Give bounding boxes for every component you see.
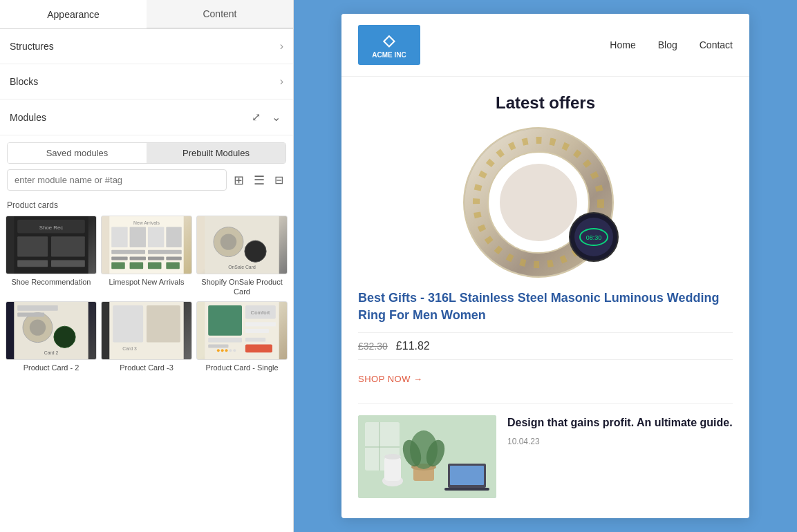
grid-view-icon[interactable]: ⊞ bbox=[231, 170, 247, 191]
chevron-down-icon[interactable]: ⌄ bbox=[269, 109, 283, 125]
card-thumb-card2: Card 2 bbox=[6, 301, 97, 360]
search-bar: ⊞ ☰ ⊟ bbox=[7, 169, 286, 191]
price-sale: £11.82 bbox=[396, 340, 430, 352]
svg-rect-37 bbox=[147, 305, 180, 342]
svg-rect-77 bbox=[384, 457, 401, 481]
svg-rect-12 bbox=[166, 227, 181, 247]
modules-header: Modules ⤢ ⌄ bbox=[0, 99, 293, 135]
card-thumb-shopify: OnSale Card bbox=[196, 216, 288, 274]
list-view-icon[interactable]: ☰ bbox=[251, 170, 268, 191]
logo-icon: ◇ bbox=[372, 32, 406, 50]
module-tabs: Saved modules Prebuilt Modules bbox=[7, 142, 286, 164]
preview-frame: ◇ ACME INC Home Blog Contact Latest offe… bbox=[341, 14, 749, 518]
tab-saved-modules[interactable]: Saved modules bbox=[8, 143, 147, 163]
left-panel: Appearance Content Structures › Blocks ›… bbox=[0, 0, 294, 532]
card-thumb-card3: Card 3 bbox=[101, 301, 192, 360]
card-label: Product Card - Single bbox=[205, 363, 278, 372]
list-item[interactable]: Card 3 Product Card -3 bbox=[101, 301, 192, 372]
tab-prebuilt-modules[interactable]: Prebuilt Modules bbox=[147, 143, 285, 163]
card-thumb-limespot: New Arrivals bbox=[101, 216, 192, 274]
svg-rect-75 bbox=[444, 488, 489, 491]
preview-main: Latest offers bbox=[341, 77, 749, 515]
svg-rect-33 bbox=[17, 305, 58, 310]
chevron-right-icon: › bbox=[280, 75, 283, 88]
card-label: Limespot New Arrivals bbox=[109, 277, 185, 287]
svg-text:Comfort: Comfort bbox=[250, 309, 270, 315]
card-label: Product Card -3 bbox=[120, 363, 174, 372]
section-title: Latest offers bbox=[358, 93, 733, 113]
list-item[interactable]: Comfort Product Card - Single bbox=[196, 301, 288, 372]
tab-content[interactable]: Content bbox=[147, 0, 293, 28]
nav-item-blocks-label: Blocks bbox=[10, 76, 38, 87]
product-image-svg: 08:30 bbox=[449, 126, 642, 278]
svg-rect-11 bbox=[148, 227, 164, 247]
svg-rect-19 bbox=[111, 262, 125, 269]
list-item[interactable]: New Arrivals bbox=[101, 216, 192, 297]
svg-point-44 bbox=[221, 349, 224, 352]
svg-rect-40 bbox=[208, 305, 242, 335]
logo-text: ACME INC bbox=[372, 51, 406, 59]
svg-point-25 bbox=[221, 234, 236, 249]
nav-link-blog[interactable]: Blog bbox=[658, 39, 677, 50]
product-title: Best Gifts - 316L Stainless Steel Masoni… bbox=[358, 289, 733, 324]
svg-rect-15 bbox=[111, 257, 127, 260]
tab-bar: Appearance Content bbox=[0, 0, 293, 29]
blog-row: Design that gains profit. An ultimate gu… bbox=[358, 415, 733, 498]
card-label: Shoe Recommendation bbox=[12, 277, 91, 287]
card-label: Shopify OnSale Product Card bbox=[196, 277, 288, 297]
svg-point-46 bbox=[229, 349, 232, 352]
blog-title: Design that gains profit. An ultimate gu… bbox=[507, 415, 733, 430]
product-card: 08:30 Best Gifts - 316L Stainless Steel … bbox=[358, 126, 733, 390]
search-input[interactable] bbox=[7, 169, 227, 191]
card-thumb-single: Comfort bbox=[196, 301, 288, 360]
svg-point-31 bbox=[54, 326, 75, 348]
svg-rect-50 bbox=[245, 322, 276, 326]
nav-item-structures[interactable]: Structures › bbox=[0, 29, 293, 64]
blog-section: Design that gains profit. An ultimate gu… bbox=[358, 403, 733, 498]
cards-grid: Shoe Rec Shoe Recommendation New Arrival… bbox=[4, 213, 289, 375]
svg-point-47 bbox=[233, 349, 236, 352]
cards-scroll-area[interactable]: Shoe Rec Shoe Recommendation New Arrival… bbox=[0, 213, 293, 532]
list-item[interactable]: Card 2 Product Card - 2 bbox=[6, 301, 97, 372]
blog-image bbox=[358, 415, 496, 498]
svg-rect-5 bbox=[17, 260, 48, 267]
nav-item-blocks[interactable]: Blocks › bbox=[0, 64, 293, 99]
svg-rect-4 bbox=[51, 236, 85, 256]
chevron-right-icon: › bbox=[280, 40, 283, 53]
tab-appearance[interactable]: Appearance bbox=[0, 0, 147, 28]
svg-rect-10 bbox=[130, 227, 146, 247]
svg-point-78 bbox=[384, 454, 401, 459]
blog-date: 10.04.23 bbox=[507, 437, 733, 446]
svg-point-45 bbox=[225, 349, 228, 352]
svg-rect-42 bbox=[208, 344, 228, 348]
svg-point-43 bbox=[217, 349, 220, 352]
expand-icon[interactable]: ⤢ bbox=[249, 109, 263, 125]
svg-text:New Arrivals: New Arrivals bbox=[133, 220, 160, 225]
nav-item-structures-label: Structures bbox=[10, 41, 54, 52]
svg-rect-13 bbox=[111, 250, 145, 254]
svg-point-58 bbox=[500, 164, 577, 241]
price-original: £32.30 bbox=[358, 341, 388, 352]
list-item[interactable]: OnSale Card Shopify OnSale Product Card bbox=[196, 216, 288, 297]
svg-rect-20 bbox=[130, 262, 144, 269]
svg-rect-41 bbox=[208, 337, 242, 342]
card-thumb-shoe: Shoe Rec bbox=[6, 216, 97, 274]
preview-nav: ◇ ACME INC Home Blog Contact bbox=[341, 14, 749, 77]
svg-rect-36 bbox=[113, 305, 143, 342]
svg-rect-67 bbox=[365, 446, 400, 448]
nav-link-contact[interactable]: Contact bbox=[700, 39, 733, 50]
shop-now-button[interactable]: SHOP NOW → bbox=[358, 368, 733, 390]
svg-rect-53 bbox=[245, 344, 272, 352]
svg-text:Card 3: Card 3 bbox=[122, 346, 137, 351]
svg-rect-51 bbox=[245, 329, 269, 333]
list-item[interactable]: Shoe Rec Shoe Recommendation bbox=[6, 216, 97, 297]
svg-rect-6 bbox=[51, 260, 85, 267]
svg-rect-14 bbox=[148, 250, 182, 254]
product-image: 08:30 bbox=[358, 126, 733, 278]
svg-rect-17 bbox=[148, 257, 164, 260]
svg-text:Shoe Rec: Shoe Rec bbox=[39, 225, 63, 231]
svg-point-26 bbox=[245, 240, 266, 262]
nav-link-home[interactable]: Home bbox=[610, 39, 635, 50]
svg-rect-3 bbox=[17, 236, 48, 256]
filter-icon[interactable]: ⊟ bbox=[272, 171, 286, 189]
